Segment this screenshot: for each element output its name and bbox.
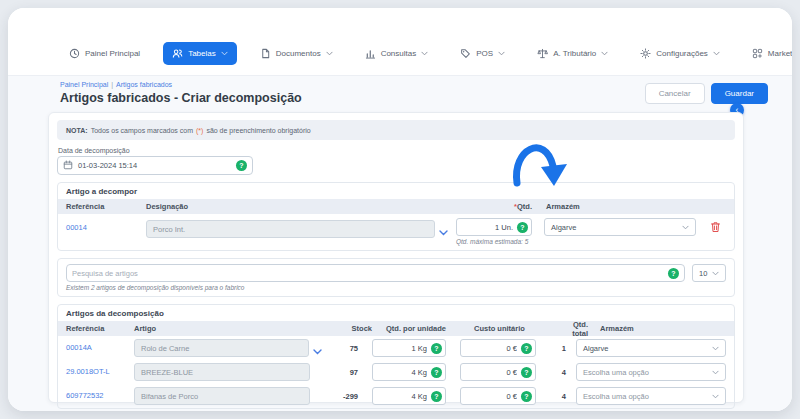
- unit-cost-input[interactable]: [465, 368, 521, 377]
- nav-item-consultas[interactable]: Consultas: [356, 42, 438, 65]
- article-field: [134, 339, 309, 357]
- qty-total-value: 4: [536, 363, 566, 381]
- required-marker: (*): [196, 127, 203, 134]
- reference-link[interactable]: 00014: [66, 218, 146, 232]
- chevron-down-icon: [713, 51, 720, 56]
- breadcrumb-home[interactable]: Painel Principal: [60, 81, 108, 88]
- gear-icon: [640, 48, 651, 59]
- table-row: 609772532 -299 ? ? 4: [58, 384, 734, 408]
- nav-label: Documentos: [276, 49, 321, 58]
- chevron-down-icon: [712, 370, 719, 375]
- help-icon[interactable]: ?: [431, 391, 442, 402]
- breadcrumb: Painel Principal|Artigos fabricados: [60, 81, 302, 88]
- nav-label: POS: [476, 49, 493, 58]
- expand-chevron-icon[interactable]: [435, 218, 448, 240]
- help-icon[interactable]: ?: [521, 367, 532, 378]
- main-nav: Painel Principal Tabelas Documentos Cons…: [8, 8, 792, 76]
- unit-cost-wrap: ?: [460, 363, 536, 381]
- quantity-input[interactable]: [461, 223, 517, 232]
- breadcrumb-current[interactable]: Artigos fabricados: [116, 81, 172, 88]
- help-icon[interactable]: ?: [431, 367, 442, 378]
- note-prefix: NOTA:: [66, 127, 88, 134]
- help-icon[interactable]: ?: [668, 268, 679, 279]
- qty-per-unit-input[interactable]: [377, 344, 431, 353]
- unit-cost-wrap: ?: [460, 387, 536, 405]
- chevron-down-icon: [712, 271, 719, 276]
- cancel-button[interactable]: Cancelar: [645, 83, 705, 104]
- marketplace-icon: [752, 48, 763, 59]
- help-icon[interactable]: ?: [521, 391, 532, 402]
- nav-item-documentos[interactable]: Documentos: [251, 42, 342, 65]
- article-field: [134, 387, 310, 405]
- nav-item-pos[interactable]: POS: [451, 42, 514, 65]
- nav-item-a-tributario[interactable]: A. Tributário: [528, 42, 617, 65]
- page-header: Painel Principal|Artigos fabricados Arti…: [60, 81, 768, 105]
- table-header: Referência Designação *Qtd. Armazém: [58, 199, 734, 214]
- breadcrumb-separator: |: [111, 81, 113, 88]
- table-row: 29.0018OT-L 97 ? ? 4: [58, 360, 734, 384]
- nav-item-configuracoes[interactable]: Configurações: [631, 42, 729, 65]
- clock-icon: [69, 48, 80, 59]
- help-icon[interactable]: ?: [521, 343, 532, 354]
- chevron-down-icon: [498, 51, 505, 56]
- trash-icon: [710, 221, 721, 233]
- section-title: Artigo a decompor: [58, 183, 734, 199]
- article-search-box: ? 10 Existem 2 artigos de decomposição d…: [57, 258, 735, 297]
- section-title: Artigos da decomposição: [58, 305, 734, 321]
- designation-field: [146, 220, 435, 238]
- table-header: Referência Artigo Stock Qtd. por unidade…: [58, 321, 734, 336]
- article-search-input[interactable]: [72, 269, 663, 278]
- qty-per-unit-input[interactable]: [377, 368, 431, 377]
- date-label: Data de decomposição: [58, 147, 735, 154]
- nav-label: A. Tributário: [553, 49, 596, 58]
- reference-link[interactable]: 29.0018OT-L: [66, 363, 126, 376]
- calendar-icon: [63, 160, 73, 172]
- warehouse-select[interactable]: Algarve: [576, 339, 726, 357]
- table-row: 00014 ? Qtd. máxima estimada: 5: [58, 214, 734, 250]
- delete-row-button[interactable]: [704, 218, 726, 233]
- qty-per-unit-wrap: ?: [372, 339, 446, 357]
- nav-label: Marketplace: [768, 49, 792, 58]
- nav-label: Painel Principal: [85, 49, 140, 58]
- unit-cost-input[interactable]: [465, 344, 521, 353]
- users-icon: [172, 48, 183, 59]
- help-icon[interactable]: ?: [236, 160, 247, 171]
- warehouse-select[interactable]: Escolha uma opção: [576, 363, 726, 381]
- help-icon[interactable]: ?: [517, 222, 528, 233]
- nav-item-tabelas[interactable]: Tabelas: [163, 42, 237, 65]
- stock-value: 75: [322, 339, 358, 357]
- quantity-input-wrap: ?: [456, 218, 532, 236]
- search-input-wrap: ?: [66, 264, 685, 282]
- unit-cost-wrap: ?: [460, 339, 536, 357]
- document-icon: [260, 48, 271, 59]
- max-quantity-hint: Qtd. máxima estimada: 5: [456, 238, 532, 245]
- qty-per-unit-wrap: ?: [372, 387, 446, 405]
- expand-chevron-icon[interactable]: [309, 337, 322, 359]
- chevron-down-icon: [712, 394, 719, 399]
- nav-item-marketplace[interactable]: Marketplace: [743, 42, 792, 65]
- reference-link[interactable]: 609772532: [66, 387, 126, 400]
- help-icon[interactable]: ?: [431, 343, 442, 354]
- note-banner: NOTA: Todos os campos marcados com (*) s…: [57, 120, 735, 140]
- chevron-down-icon: [221, 51, 228, 56]
- decomposition-date-input[interactable]: 01-03-2024 15:14 ?: [57, 156, 253, 175]
- chevron-down-icon: [601, 51, 608, 56]
- section-artigos-da-decomposicao: Artigos da decomposição Referência Artig…: [57, 304, 735, 409]
- chevron-down-icon: [712, 346, 719, 351]
- reference-link[interactable]: 00014A: [66, 339, 126, 352]
- page-content: Painel Principal|Artigos fabricados Arti…: [8, 76, 792, 411]
- warehouse-select[interactable]: Algarve: [544, 218, 696, 236]
- unit-cost-input[interactable]: [465, 392, 521, 401]
- results-hint: Existem 2 artigos de decomposição dispon…: [66, 284, 726, 291]
- qty-total-value: 4: [536, 387, 566, 405]
- qty-per-unit-input[interactable]: [377, 392, 431, 401]
- tax-icon: [537, 48, 548, 59]
- warehouse-select[interactable]: Escolha uma opção: [576, 387, 726, 405]
- save-button[interactable]: Guardar: [711, 83, 768, 104]
- nav-item-painel-principal[interactable]: Painel Principal: [60, 42, 149, 65]
- page-title: Artigos fabricados - Criar decomposição: [60, 91, 302, 105]
- nav-label: Tabelas: [188, 49, 216, 58]
- nav-label: Configurações: [656, 49, 708, 58]
- qty-total-value: 1: [536, 339, 566, 357]
- page-size-select[interactable]: 10: [692, 264, 726, 282]
